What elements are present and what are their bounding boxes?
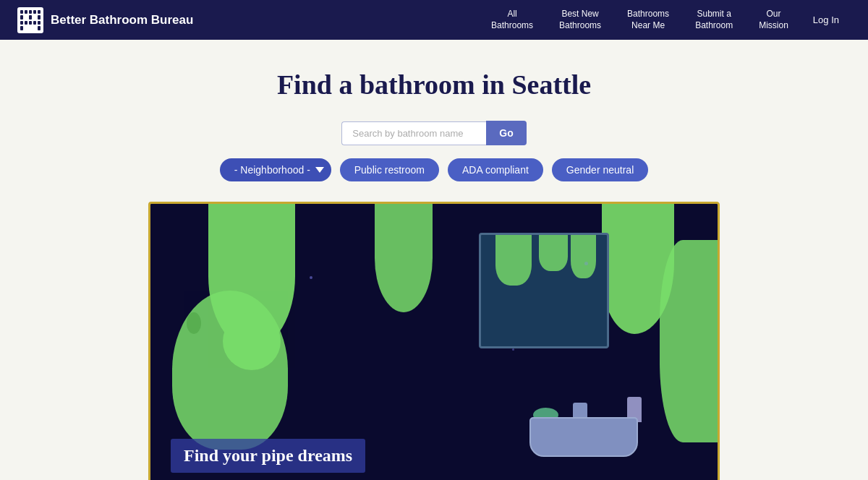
nav-near-me[interactable]: Bathrooms Near Me	[614, 9, 682, 31]
nav-links: All Bathrooms Best New Bathrooms Bathroo…	[478, 9, 801, 31]
mirror-slime-2	[539, 235, 568, 271]
logo-area: Better Bathroom Bureau	[17, 7, 478, 33]
filter-public-restroom[interactable]: Public restroom	[340, 158, 439, 181]
filter-gender-neutral[interactable]: Gender neutral	[552, 158, 648, 181]
star-particle	[310, 276, 312, 279]
mirror-slime-3	[571, 235, 596, 278]
neighborhood-select[interactable]: - Neighborhood - Capitol Hill Downtown F…	[220, 158, 331, 181]
slime-decoration-left-big	[172, 291, 288, 450]
nav-mission[interactable]: Our Mission	[746, 9, 801, 31]
search-input[interactable]	[341, 121, 486, 145]
mirror-slime-1	[495, 235, 532, 286]
slime-decoration-top-center	[375, 204, 433, 312]
hero-image-container: Find your pipe dreams	[148, 202, 720, 480]
sink-basin	[529, 417, 638, 457]
mirror-decoration	[479, 233, 609, 348]
nav-submit[interactable]: Submit a Bathroom	[682, 9, 746, 31]
hero-caption: Find your pipe dreams	[171, 439, 365, 473]
nav-all-bathrooms[interactable]: All Bathrooms	[478, 9, 546, 31]
star-particle	[512, 348, 514, 351]
navbar: Better Bathroom Bureau All Bathrooms Bes…	[0, 0, 868, 40]
brand-name: Better Bathroom Bureau	[51, 13, 193, 27]
logo-icon	[17, 7, 43, 33]
main-content: Find a bathroom in Seattle Go - Neighbor…	[0, 40, 868, 480]
filter-row: - Neighborhood - Capitol Hill Downtown F…	[220, 158, 649, 181]
filter-ada-compliant[interactable]: ADA compliant	[448, 158, 543, 181]
nav-best-new[interactable]: Best New Bathrooms	[546, 9, 614, 31]
slime-decoration-right	[660, 240, 718, 442]
sink-decoration	[529, 392, 645, 457]
page-title: Find a bathroom in Seattle	[277, 69, 591, 100]
go-button[interactable]: Go	[486, 121, 526, 145]
login-link[interactable]: Log In	[801, 14, 851, 25]
hero-image: Find your pipe dreams	[150, 204, 718, 480]
star-particle	[584, 262, 588, 265]
search-row: Go	[341, 121, 526, 145]
